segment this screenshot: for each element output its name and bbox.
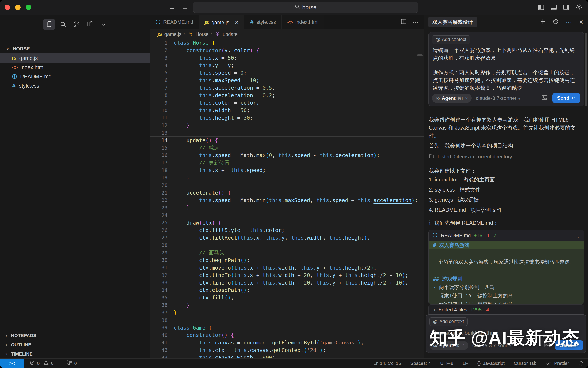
back-button[interactable]: ← (168, 4, 175, 11)
code-line-4[interactable]: 4 this.y = y; (150, 62, 424, 69)
breadcrumb-file[interactable]: game.js (164, 32, 182, 37)
status-item-cursor-tab[interactable]: Cursor Tab (514, 361, 536, 366)
status-item-javascript[interactable]: {​}JavaScript (477, 361, 505, 366)
code-line-25[interactable]: 25 draw(ctx) { (150, 219, 424, 227)
file-tree-item-README.md[interactable]: README.md (0, 72, 150, 81)
code-editor[interactable]: 1class Horse {2 constructor(y, color) {3… (150, 39, 424, 359)
code-line-18[interactable]: 18 this.x += this.speed; (150, 166, 424, 174)
code-line-40[interactable]: 40 constructor() { (150, 331, 424, 339)
more-actions-icon[interactable]: ⋯ (413, 19, 418, 26)
file-tree-item-game.js[interactable]: JSgame.js (0, 53, 150, 63)
status-item-utf-8[interactable]: UTF-8 (440, 361, 453, 366)
history-icon[interactable] (553, 18, 559, 26)
status-item-spaces-4[interactable]: Spaces: 4 (410, 361, 431, 366)
problems-indicator[interactable]: 0 0 (29, 360, 54, 367)
breadcrumb-method[interactable]: update (223, 32, 237, 37)
command-center-search[interactable]: horse (193, 2, 418, 13)
code-line-2[interactable]: 2 constructor(y, color) { (150, 47, 424, 54)
code-line-31[interactable]: 31 ctx.moveTo(this.x + this.width, this.… (150, 264, 424, 271)
code-line-33[interactable]: 33 ctx.lineTo(this.x + this.width + 20, … (150, 279, 424, 287)
editor-tab-style.css[interactable]: #style.css (244, 15, 282, 29)
remote-indicator[interactable]: >< (0, 359, 24, 368)
chat-tab[interactable]: 双人赛马游戏设计 (428, 17, 477, 27)
file-tree-item-style.css[interactable]: #style.css (0, 81, 150, 91)
code-line-34[interactable]: 34 ctx.closePath(); (150, 286, 424, 294)
status-item-lf[interactable]: LF (463, 361, 468, 366)
code-line-6[interactable]: 6 this.maxSpeed = 10; (150, 76, 424, 84)
zoom-window-button[interactable] (26, 5, 31, 10)
code-line-41[interactable]: 41 this.canvas = document.getElementById… (150, 339, 424, 347)
code-line-28[interactable]: 28 (150, 241, 424, 249)
code-line-12[interactable]: 12 } (150, 121, 424, 129)
code-line-11[interactable]: 11 this.height = 30; (150, 114, 424, 121)
code-line-24[interactable]: 24 (150, 212, 424, 219)
code-line-21[interactable]: 21 accelerate() { (150, 189, 424, 197)
close-tab-icon[interactable]: ✕ (235, 20, 239, 25)
close-panel-icon[interactable]: ✕ (579, 19, 583, 26)
breadcrumb-class[interactable]: Horse (196, 32, 209, 37)
editor-tab-README.md[interactable]: README.md (150, 15, 199, 29)
status-item-bell[interactable] (578, 360, 584, 366)
code-line-27[interactable]: 27 ctx.fillRect(this.x, this.y, this.wid… (150, 234, 424, 242)
expand-collapse-icon[interactable]: ⌃⌄ (577, 233, 580, 239)
split-editor-icon[interactable] (400, 18, 407, 26)
code-line-17[interactable]: 17 // 更新位置 (150, 159, 424, 166)
code-line-43[interactable]: 43 this.canvas.width = 800; (150, 354, 424, 359)
toggle-panel-icon[interactable] (550, 4, 557, 11)
code-line-23[interactable]: 23 } (150, 204, 424, 212)
code-line-30[interactable]: 30 ctx.beginPath(); (150, 257, 424, 264)
code-line-38[interactable]: 38 (150, 316, 424, 324)
code-line-13[interactable]: 13 (150, 129, 424, 137)
code-line-1[interactable]: 1class Horse { (150, 39, 424, 47)
code-line-3[interactable]: 3 this.x = 50; (150, 54, 424, 62)
image-attach-icon[interactable] (541, 94, 548, 102)
code-line-20[interactable]: 20 (150, 182, 424, 189)
close-window-button[interactable] (5, 5, 10, 10)
code-line-35[interactable]: 35 ctx.fill(); (150, 294, 424, 302)
sidebar-section-notepads[interactable]: ›NOTEPADS (0, 331, 150, 340)
code-line-37[interactable]: 37} (150, 309, 424, 316)
forward-button[interactable]: → (182, 4, 188, 11)
chat-scrollbar[interactable] (585, 33, 587, 106)
explorer-icon[interactable] (43, 18, 55, 30)
code-line-22[interactable]: 22 this.speed = Math.min(this.maxSpeed, … (150, 196, 424, 204)
code-line-9[interactable]: 9 this.color = color; (150, 99, 424, 107)
readme-diff-card[interactable]: README.md +16 -1 ✓ ⌃⌄ # 双人赛马游戏一个简单的双人赛马游… (428, 230, 584, 304)
code-line-26[interactable]: 26 ctx.fillStyle = this.color; (150, 227, 424, 234)
code-line-39[interactable]: 39class Game { (150, 324, 424, 331)
toggle-secondary-sidebar-icon[interactable] (563, 4, 570, 11)
edited-files-summary[interactable]: › Edited 4 files +295 -4 (428, 304, 584, 315)
toggle-primary-sidebar-icon[interactable] (538, 4, 545, 11)
code-line-36[interactable]: 36 } (150, 301, 424, 309)
model-selector[interactable]: claude-3.7-sonnet ∨ (476, 95, 521, 101)
source-control-icon[interactable] (71, 18, 83, 30)
code-line-5[interactable]: 5 this.speed = 0; (150, 69, 424, 77)
settings-gear-icon[interactable] (575, 4, 583, 11)
extensions-icon[interactable] (84, 18, 96, 30)
chevron-down-icon[interactable] (98, 18, 109, 30)
ports-indicator[interactable]: 0 (66, 360, 77, 367)
project-root-row[interactable]: ∨ HORSE (0, 44, 150, 53)
search-view-icon[interactable] (57, 18, 69, 30)
more-actions-icon[interactable]: ⋯ (566, 18, 572, 26)
code-line-32[interactable]: 32 ctx.lineTo(this.x + this.width + 20, … (150, 271, 424, 279)
code-line-29[interactable]: 29 // 画马头 (150, 249, 424, 257)
editor-tab-index.html[interactable]: <>index.html (282, 15, 324, 29)
code-line-16[interactable]: 16 this.speed = Math.max(0, this.speed -… (150, 152, 424, 159)
sidebar-section-timeline[interactable]: ›TIMELINE (0, 349, 150, 359)
code-line-42[interactable]: 42 this.ctx = this.canvas.getContext('2d… (150, 346, 424, 354)
add-context-chip[interactable]: @Add context (429, 317, 468, 326)
code-line-15[interactable]: 15 // 减速 (150, 144, 424, 152)
tool-call-row[interactable]: Listed 0 items in current directory (429, 153, 512, 160)
code-line-14[interactable]: 14 update() { (150, 137, 424, 144)
code-line-10[interactable]: 10 this.width = 50; (150, 107, 424, 114)
new-chat-icon[interactable] (540, 18, 546, 26)
status-item-ln-14-col-15[interactable]: Ln 14, Col 15 (373, 361, 401, 366)
code-line-8[interactable]: 8 this.deceleration = 0.2; (150, 92, 424, 99)
editor-tab-game.js[interactable]: JSgame.js✕ (199, 15, 244, 29)
code-line-19[interactable]: 19 } (150, 174, 424, 182)
minimize-window-button[interactable] (15, 5, 21, 10)
file-tree-item-index.html[interactable]: <>index.html (0, 63, 150, 72)
send-button[interactable]: Send↵ (552, 93, 580, 103)
add-context-chip[interactable]: @Add context (432, 35, 470, 44)
